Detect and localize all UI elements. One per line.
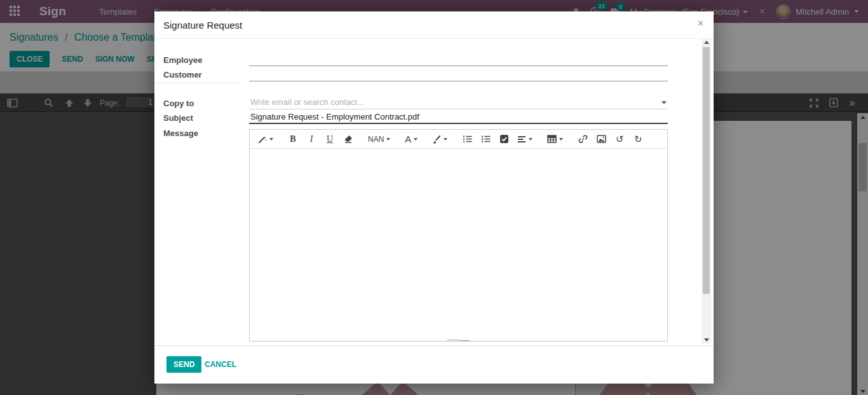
field-group-divider (154, 83, 241, 83)
highlight-color-dropdown[interactable] (431, 132, 449, 146)
message-label: Message (163, 128, 198, 138)
align-dropdown[interactable] (516, 132, 534, 146)
undo-button[interactable]: ↺ (613, 132, 626, 146)
message-editor: B I U NAN A (249, 129, 668, 342)
scroll-up-arrow[interactable] (702, 38, 711, 46)
copy-to-label: Copy to (163, 99, 194, 108)
bold-button[interactable]: B (287, 132, 299, 146)
chevron-down-icon (386, 138, 390, 141)
underline-button[interactable]: U (323, 132, 336, 146)
list-ul-icon (463, 135, 472, 143)
editor-toolbar: B I U NAN A (250, 130, 667, 149)
scrollbar-thumb[interactable] (703, 47, 710, 294)
dialog-send-button[interactable]: SEND (166, 356, 201, 373)
subject-label: Subject (163, 113, 193, 123)
image-icon (597, 135, 606, 143)
app-window: Sign Templates Signatures Configuration … (0, 0, 868, 395)
chevron-down-icon (529, 138, 532, 141)
dialog-scrollbar[interactable] (702, 38, 711, 343)
font-size-value: NAN (368, 135, 384, 144)
customer-field[interactable] (249, 67, 668, 81)
customer-label: Customer (163, 70, 202, 80)
chevron-down-icon (414, 138, 417, 141)
eraser-icon (344, 135, 353, 143)
dialog-close-icon[interactable]: × (694, 17, 707, 30)
chevron-down-icon (444, 138, 447, 141)
list-ol-icon (481, 135, 491, 143)
style-dropdown[interactable] (257, 132, 275, 146)
dropdown-caret-icon[interactable] (661, 101, 667, 104)
message-body-area[interactable] (250, 149, 667, 338)
remove-format-button[interactable] (342, 132, 355, 146)
signature-request-dialog: Signature Request × Employee Customer Co… (154, 11, 714, 384)
link-button[interactable] (576, 132, 589, 146)
editor-resize-grip[interactable] (250, 338, 667, 342)
copy-to-field[interactable] (249, 95, 668, 109)
header-divider (154, 38, 714, 39)
chevron-down-icon (559, 138, 563, 141)
employee-label: Employee (163, 55, 202, 65)
text-color-dropdown[interactable]: A (403, 132, 419, 146)
align-icon (517, 135, 526, 143)
dialog-cancel-button[interactable]: CANCEL (205, 356, 236, 373)
checklist-button[interactable] (498, 132, 510, 146)
font-size-dropdown[interactable]: NAN (367, 132, 391, 146)
insert-image-button[interactable] (595, 132, 607, 146)
scroll-down-arrow[interactable] (702, 336, 711, 343)
checklist-icon (499, 134, 509, 144)
italic-button[interactable]: I (305, 132, 318, 146)
subject-field[interactable] (249, 110, 668, 124)
dialog-title: Signature Request (163, 20, 242, 31)
redo-button[interactable]: ↻ (632, 132, 644, 146)
employee-field[interactable] (249, 52, 668, 66)
dialog-footer: SEND CANCEL (154, 345, 714, 384)
ordered-list-button[interactable] (479, 132, 492, 146)
unordered-list-button[interactable] (461, 132, 473, 146)
paintbrush-icon (432, 135, 441, 144)
text-color-letter: A (405, 134, 411, 144)
chevron-down-icon (269, 138, 273, 141)
table-icon (547, 135, 557, 143)
magic-wand-icon (258, 135, 267, 144)
link-icon (578, 134, 588, 144)
table-dropdown[interactable] (546, 132, 564, 146)
